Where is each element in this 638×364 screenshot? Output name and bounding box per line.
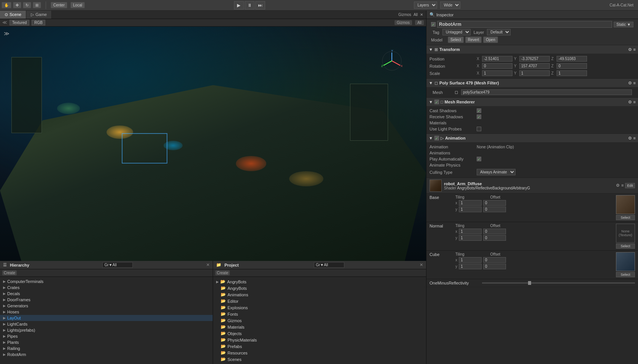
project-item-angrybots-root[interactable]: ▶ 📂 AngryBots [213,278,426,285]
center-button[interactable]: Center [51,2,67,8]
scale-x-input[interactable] [482,70,512,76]
hierarchy-item-lightsprefabs[interactable]: ▶ Lights(prefabs) [0,327,213,333]
play-auto-checkbox[interactable] [477,157,481,161]
cube-tiling-y[interactable] [459,264,482,269]
base-offset-x[interactable] [483,200,506,206]
arrow-layout[interactable]: ▶ [3,316,6,320]
tag-select[interactable]: Untagged [442,29,471,35]
transform-settings-icon[interactable]: ⚙ [628,47,632,52]
mesh-renderer-menu[interactable]: ≡ [633,100,636,105]
mesh-filter-menu[interactable]: ≡ [633,81,636,86]
hierarchy-item-computerterms[interactable]: ▶ ComputerTerminals [0,278,213,285]
scene-collapse-btn[interactable]: ≫ [4,30,10,37]
arrow-decals[interactable]: ▶ [3,292,6,296]
hierarchy-item-pipes[interactable]: ▶ Pipes [0,333,213,339]
project-close-btn[interactable]: ✕ [420,262,423,267]
mesh-field[interactable] [461,89,632,95]
hierarchy-close-btn[interactable]: ✕ [206,262,210,267]
layer-select[interactable]: Default [487,29,511,35]
project-item-animations[interactable]: 📂 Animations [213,291,426,298]
material-edit-btn[interactable]: Edit [625,183,635,188]
textured-btn[interactable]: Textured [10,20,29,25]
mesh-renderer-settings[interactable]: ⚙ [628,100,632,105]
arrow-railing[interactable]: ▶ [3,347,6,350]
project-create-btn[interactable]: Create [215,270,230,275]
hierarchy-item-plants[interactable]: ▶ Plants [0,339,213,345]
hierarchy-item-railing[interactable]: ▶ Railing [0,345,213,351]
cube-offset-y[interactable] [483,264,506,269]
all-label[interactable]: All [415,20,424,25]
hierarchy-item-doorframes[interactable]: ▶ DoorFrames [0,297,213,303]
use-light-probes-checkbox[interactable] [477,127,481,131]
pause-button[interactable]: ⏸ [245,1,255,10]
project-item-editor[interactable]: 📂 Editor [213,298,426,304]
step-button[interactable]: ⏭ [255,1,265,10]
pos-z-input[interactable] [557,56,587,62]
static-badge[interactable]: Static ▼ [614,22,633,27]
tab-scene[interactable]: ⊙ Scene [0,11,26,19]
arrow-plants[interactable]: ▶ [3,340,6,344]
mesh-filter-settings[interactable]: ⚙ [628,81,632,86]
toolbar-hand-btn[interactable]: ✋ [2,2,11,8]
hierarchy-item-crates[interactable]: ▶ Crates [0,285,213,291]
hierarchy-item-lightcards[interactable]: ▶ LightCards [0,321,213,327]
project-item-explosions[interactable]: 📂 Explosions [213,304,426,311]
material-settings[interactable]: ⚙ [616,183,620,188]
toolbar-move-btn[interactable]: ✥ [13,2,21,8]
project-item-angrybots[interactable]: 📂 AngryBots [213,285,426,291]
wide-dropdown[interactable]: Wide [440,2,460,9]
gameobject-name-input[interactable] [437,21,612,28]
animation-header[interactable]: ▼ ▷ Animation ⚙ ≡ [426,134,638,142]
reflectivity-slider[interactable] [482,282,635,284]
animation-enabled[interactable] [434,136,439,140]
hierarchy-item-robotarm[interactable]: ▶ RobotArm [0,351,213,358]
scale-z-input[interactable] [557,70,587,76]
rot-y-input[interactable] [519,63,550,69]
project-item-scenes[interactable]: 📂 Scenes [213,356,426,362]
gizmos-btn[interactable]: Gizmos [398,13,411,17]
model-open-btn[interactable]: Open [483,37,498,43]
base-select-btn[interactable]: Select [616,215,635,220]
toolbar-scale-btn[interactable]: ⊞ [33,2,41,8]
arrow-pipes[interactable]: ▶ [3,334,6,338]
rot-x-input[interactable] [482,63,512,69]
hierarchy-search[interactable] [102,262,133,268]
normal-tiling-x[interactable] [459,229,482,234]
cube-offset-x[interactable] [483,257,506,263]
rot-z-input[interactable] [557,63,587,69]
base-texture-thumb[interactable] [616,195,635,214]
model-select-btn[interactable]: Select [448,37,464,43]
gizmos-label[interactable]: Gizmos [395,20,412,25]
animation-menu[interactable]: ≡ [633,136,636,141]
project-item-objects[interactable]: 📂 Objects [213,330,426,337]
arrow-lightsprefabs[interactable]: ▶ [3,328,6,332]
project-item-resources[interactable]: 📂 Resources [213,350,426,356]
pos-y-input[interactable] [519,56,550,62]
arrow-crates[interactable]: ▶ [3,286,6,289]
cube-tiling-x[interactable] [459,257,482,263]
transform-menu-icon[interactable]: ≡ [633,47,636,52]
view-close-btn[interactable]: ✕ [420,13,423,17]
normal-tiling-y[interactable] [459,235,482,241]
base-tiling-y[interactable] [459,207,482,212]
hierarchy-item-hoses[interactable]: ▶ Hoses [0,309,213,315]
culling-type-select[interactable]: Always Animate [477,169,515,175]
hierarchy-item-decals[interactable]: ▶ Decals [0,291,213,297]
gameobject-active-checkbox[interactable] [431,22,436,27]
cast-shadows-checkbox[interactable] [477,108,481,113]
normal-offset-y[interactable] [483,235,506,241]
receive-shadows-checkbox[interactable] [477,114,481,119]
mesh-filter-header[interactable]: ▼ ◻ Poly Surface 479 (Mesh Filter) ⚙ ≡ [426,79,638,87]
tab-game[interactable]: ▷ Game [26,11,52,19]
arrow-computerterms[interactable]: ▶ [3,280,6,283]
animation-settings[interactable]: ⚙ [628,136,632,141]
toolbar-rotate-btn[interactable]: ↻ [23,2,31,8]
scene-view[interactable]: Y X Z ≫ [0,27,426,261]
reflectivity-handle[interactable] [528,281,531,285]
gr-all-btn[interactable]: All [414,13,418,17]
layers-dropdown[interactable]: Layers [414,2,437,9]
material-menu[interactable]: ≡ [621,183,624,188]
play-button[interactable]: ▶ [234,1,244,10]
base-offset-y[interactable] [483,207,506,212]
local-button[interactable]: Local [70,2,85,8]
